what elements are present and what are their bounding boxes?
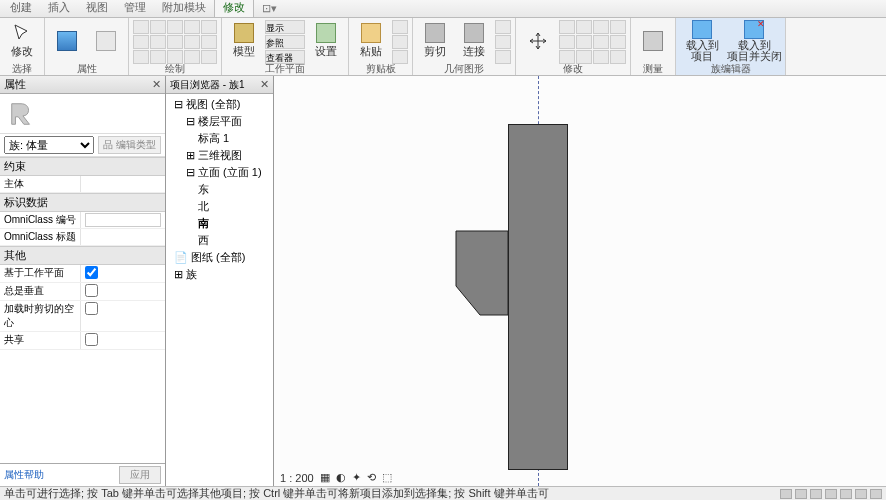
status-icon[interactable]: [780, 489, 792, 499]
status-icons: [780, 489, 882, 499]
properties-button[interactable]: [49, 20, 85, 62]
group-label-familyeditor: 族编辑器: [680, 62, 781, 77]
draw-tool[interactable]: [133, 35, 149, 49]
tab-modify[interactable]: 修改: [214, 0, 254, 17]
modify-tool[interactable]: [576, 35, 592, 49]
tree-west[interactable]: 西: [168, 232, 271, 249]
workplane-checkbox[interactable]: [85, 266, 98, 279]
view-tool[interactable]: ✦: [352, 471, 361, 484]
vertical-checkbox[interactable]: [85, 284, 98, 297]
ribbon-group-draw: 绘制: [129, 18, 222, 75]
status-icon[interactable]: [855, 489, 867, 499]
properties-help-link[interactable]: 属性帮助: [4, 468, 44, 482]
prop-host: 主体: [0, 176, 80, 192]
draw-tool[interactable]: [133, 20, 149, 34]
modify-tool[interactable]: [610, 20, 626, 34]
tab-insert[interactable]: 插入: [40, 0, 78, 17]
close-icon[interactable]: ✕: [152, 78, 161, 91]
tab-view[interactable]: 视图: [78, 0, 116, 17]
group-label-workplane: 工作平面: [226, 62, 344, 77]
modify-tools: [559, 20, 626, 64]
tree-north[interactable]: 北: [168, 198, 271, 215]
move-button[interactable]: [520, 20, 556, 62]
tree-level1[interactable]: 标高 1: [168, 130, 271, 147]
tree-3dviews[interactable]: ⊞ 三维视图: [168, 147, 271, 164]
modify-tool[interactable]: [593, 20, 609, 34]
omninum-input[interactable]: [85, 213, 161, 227]
tab-addin[interactable]: 附加模块: [154, 0, 214, 17]
view-tool[interactable]: ⟲: [367, 471, 376, 484]
show-button[interactable]: 显示: [265, 20, 305, 34]
geo-tool[interactable]: [495, 20, 511, 34]
geo-tool[interactable]: [495, 35, 511, 49]
ribbon-group-modify: 修改: [516, 18, 631, 75]
project-browser: 项目浏览器 - 族1 ✕ ⊟ 视图 (全部) ⊟ 楼层平面 标高 1 ⊞ 三维视…: [166, 76, 274, 486]
tab-extra[interactable]: ⊡▾: [254, 0, 274, 17]
tree-floorplans[interactable]: ⊟ 楼层平面: [168, 113, 271, 130]
copy-button[interactable]: [392, 35, 408, 49]
geocut-button[interactable]: 剪切: [417, 20, 453, 62]
apply-button[interactable]: 应用: [119, 466, 161, 484]
modify-button[interactable]: 修改: [4, 20, 40, 62]
scale-value[interactable]: 1 : 200: [280, 472, 314, 484]
measure-button[interactable]: [635, 20, 671, 62]
cut-button[interactable]: [392, 20, 408, 34]
mass-column[interactable]: [508, 124, 568, 470]
prop-omnititle: OmniClass 标题: [0, 229, 80, 245]
tab-manage[interactable]: 管理: [116, 0, 154, 17]
cutvoid-checkbox[interactable]: [85, 302, 98, 315]
draw-tool[interactable]: [184, 35, 200, 49]
ribbon: 修改 选择 属性 绘制 模型 显示 参照 查看器 设置 工作平面: [0, 18, 886, 76]
prop-omninum: OmniClass 编号: [0, 212, 80, 228]
type-selector[interactable]: 族: 体量: [4, 136, 94, 154]
draw-tool[interactable]: [150, 35, 166, 49]
cursor-icon: [12, 23, 32, 43]
tab-create[interactable]: 创建: [2, 0, 40, 17]
tree-families[interactable]: ⊞ 族: [168, 266, 271, 283]
ref-button[interactable]: 参照: [265, 35, 305, 49]
tree-elevations[interactable]: ⊟ 立面 (立面 1): [168, 164, 271, 181]
drawing-canvas[interactable]: 1 : 200 ▦ ◐ ✦ ⟲ ⬚: [274, 76, 886, 486]
type-props-button[interactable]: [88, 20, 124, 62]
close-icon[interactable]: ✕: [260, 78, 269, 91]
view-tool[interactable]: ◐: [336, 471, 346, 484]
modify-label: 修改: [11, 44, 33, 59]
edit-type-button[interactable]: 品 编辑类型: [98, 136, 161, 154]
modify-tool[interactable]: [559, 35, 575, 49]
draw-tool[interactable]: [150, 20, 166, 34]
status-bar: 单击可进行选择; 按 Tab 键并单击可选择其他项目; 按 Ctrl 键并单击可…: [0, 486, 886, 500]
group-label-modify: 修改: [520, 62, 626, 77]
tree-south[interactable]: 南: [168, 215, 271, 232]
draw-tool[interactable]: [167, 35, 183, 49]
status-icon[interactable]: [825, 489, 837, 499]
status-icon[interactable]: [870, 489, 882, 499]
status-icon[interactable]: [810, 489, 822, 499]
modify-tool[interactable]: [610, 35, 626, 49]
status-icon[interactable]: [795, 489, 807, 499]
shared-checkbox[interactable]: [85, 333, 98, 346]
prop-cutvoid: 加载时剪切的空心: [0, 301, 80, 331]
tree-east[interactable]: 东: [168, 181, 271, 198]
paste-button[interactable]: 粘贴: [353, 20, 389, 62]
modify-tool[interactable]: [559, 20, 575, 34]
load-close-button[interactable]: ✕载入到 项目并关闭: [727, 20, 781, 62]
set-button[interactable]: 设置: [308, 20, 344, 62]
mass-bracket[interactable]: [455, 230, 509, 316]
draw-tool[interactable]: [201, 35, 217, 49]
ribbon-tabbar: 创建 插入 视图 管理 附加模块 修改 ⊡▾: [0, 0, 886, 18]
draw-tool[interactable]: [201, 20, 217, 34]
modify-tool[interactable]: [576, 20, 592, 34]
tree-sheets[interactable]: 📄 图纸 (全部): [168, 249, 271, 266]
view-tool[interactable]: ▦: [320, 471, 330, 484]
draw-tool[interactable]: [184, 20, 200, 34]
modify-tool[interactable]: [593, 35, 609, 49]
geojoin-button[interactable]: 连接: [456, 20, 492, 62]
group-label-properties: 属性: [49, 62, 124, 77]
draw-tool[interactable]: [167, 20, 183, 34]
model-button[interactable]: 模型: [226, 20, 262, 62]
tree-views[interactable]: ⊟ 视图 (全部): [168, 96, 271, 113]
status-icon[interactable]: [840, 489, 852, 499]
ribbon-group-properties: 属性: [45, 18, 129, 75]
view-tool[interactable]: ⬚: [382, 471, 392, 484]
load-project-button[interactable]: 载入到 项目: [680, 20, 724, 62]
